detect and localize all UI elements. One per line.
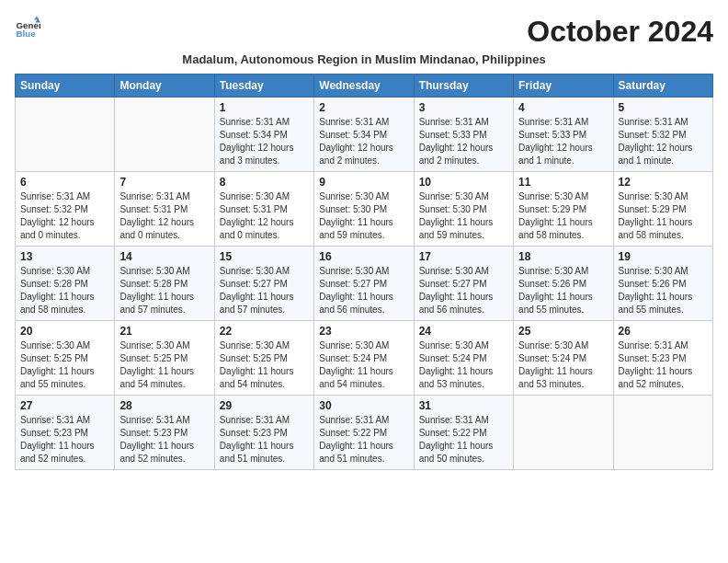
calendar-cell: 2Sunrise: 5:31 AM Sunset: 5:34 PM Daylig… <box>314 98 414 172</box>
day-number: 18 <box>518 250 608 263</box>
day-number: 14 <box>119 250 209 263</box>
month-title: October 2024 <box>527 15 713 49</box>
column-header-wednesday: Wednesday <box>314 75 414 98</box>
day-info: Sunrise: 5:30 AM Sunset: 5:25 PM Dayligh… <box>20 339 109 391</box>
calendar-cell: 9Sunrise: 5:30 AM Sunset: 5:30 PM Daylig… <box>314 172 414 247</box>
calendar-cell: 4Sunrise: 5:31 AM Sunset: 5:33 PM Daylig… <box>514 98 613 172</box>
calendar-cell: 8Sunrise: 5:30 AM Sunset: 5:31 PM Daylig… <box>214 172 313 247</box>
calendar-cell: 7Sunrise: 5:31 AM Sunset: 5:31 PM Daylig… <box>115 172 214 247</box>
day-number: 23 <box>319 325 408 338</box>
calendar-subtitle: Madalum, Autonomous Region in Muslim Min… <box>15 52 713 66</box>
day-info: Sunrise: 5:30 AM Sunset: 5:25 PM Dayligh… <box>119 339 209 391</box>
day-info: Sunrise: 5:30 AM Sunset: 5:30 PM Dayligh… <box>419 190 508 242</box>
day-info: Sunrise: 5:30 AM Sunset: 5:29 PM Dayligh… <box>619 190 708 242</box>
day-info: Sunrise: 5:30 AM Sunset: 5:30 PM Dayligh… <box>319 190 408 242</box>
day-number: 1 <box>220 101 309 114</box>
calendar-cell: 5Sunrise: 5:31 AM Sunset: 5:32 PM Daylig… <box>613 98 712 172</box>
day-number: 28 <box>119 399 209 412</box>
day-number: 21 <box>119 325 209 338</box>
page-header: General Blue October 2024 <box>15 15 713 49</box>
day-info: Sunrise: 5:30 AM Sunset: 5:26 PM Dayligh… <box>619 265 708 316</box>
day-info: Sunrise: 5:30 AM Sunset: 5:28 PM Dayligh… <box>20 265 109 316</box>
calendar-cell: 31Sunrise: 5:31 AM Sunset: 5:22 PM Dayli… <box>414 396 513 470</box>
day-info: Sunrise: 5:30 AM Sunset: 5:24 PM Dayligh… <box>319 339 408 391</box>
day-number: 19 <box>619 250 708 263</box>
day-info: Sunrise: 5:31 AM Sunset: 5:23 PM Dayligh… <box>119 414 209 465</box>
day-number: 29 <box>220 399 309 412</box>
day-number: 8 <box>220 176 309 189</box>
day-number: 6 <box>20 176 109 189</box>
day-info: Sunrise: 5:30 AM Sunset: 5:27 PM Dayligh… <box>319 265 408 316</box>
day-number: 24 <box>419 325 508 338</box>
day-number: 4 <box>518 101 608 114</box>
svg-marker-2 <box>34 16 40 19</box>
calendar-cell: 21Sunrise: 5:30 AM Sunset: 5:25 PM Dayli… <box>115 321 214 396</box>
day-number: 16 <box>319 250 408 263</box>
column-header-friday: Friday <box>514 75 613 98</box>
calendar-week-3: 13Sunrise: 5:30 AM Sunset: 5:28 PM Dayli… <box>16 247 713 321</box>
day-number: 11 <box>518 176 608 189</box>
day-info: Sunrise: 5:31 AM Sunset: 5:23 PM Dayligh… <box>20 414 109 465</box>
calendar-cell: 13Sunrise: 5:30 AM Sunset: 5:28 PM Dayli… <box>16 247 115 321</box>
day-info: Sunrise: 5:30 AM Sunset: 5:31 PM Dayligh… <box>220 190 309 242</box>
column-header-saturday: Saturday <box>613 75 712 98</box>
calendar-cell: 11Sunrise: 5:30 AM Sunset: 5:29 PM Dayli… <box>514 172 613 247</box>
calendar-cell: 23Sunrise: 5:30 AM Sunset: 5:24 PM Dayli… <box>314 321 414 396</box>
day-number: 7 <box>119 176 209 189</box>
day-number: 26 <box>619 325 708 338</box>
column-header-sunday: Sunday <box>16 75 115 98</box>
day-number: 3 <box>419 101 508 114</box>
day-number: 2 <box>319 101 408 114</box>
calendar-cell: 18Sunrise: 5:30 AM Sunset: 5:26 PM Dayli… <box>514 247 613 321</box>
day-number: 17 <box>419 250 508 263</box>
day-info: Sunrise: 5:31 AM Sunset: 5:34 PM Dayligh… <box>319 116 408 167</box>
logo-icon: General Blue <box>15 15 40 40</box>
calendar-week-5: 27Sunrise: 5:31 AM Sunset: 5:23 PM Dayli… <box>16 396 713 470</box>
day-number: 30 <box>319 399 408 412</box>
day-info: Sunrise: 5:31 AM Sunset: 5:33 PM Dayligh… <box>419 116 508 167</box>
day-number: 13 <box>20 250 109 263</box>
calendar-cell: 29Sunrise: 5:31 AM Sunset: 5:23 PM Dayli… <box>214 396 313 470</box>
column-header-thursday: Thursday <box>414 75 513 98</box>
calendar-cell: 12Sunrise: 5:30 AM Sunset: 5:29 PM Dayli… <box>613 172 712 247</box>
day-info: Sunrise: 5:30 AM Sunset: 5:28 PM Dayligh… <box>119 265 209 316</box>
calendar-cell <box>514 396 613 470</box>
calendar-cell: 19Sunrise: 5:30 AM Sunset: 5:26 PM Dayli… <box>613 247 712 321</box>
calendar-cell: 22Sunrise: 5:30 AM Sunset: 5:25 PM Dayli… <box>214 321 313 396</box>
day-info: Sunrise: 5:31 AM Sunset: 5:31 PM Dayligh… <box>119 190 209 242</box>
day-info: Sunrise: 5:31 AM Sunset: 5:34 PM Dayligh… <box>220 116 309 167</box>
calendar-cell: 30Sunrise: 5:31 AM Sunset: 5:22 PM Dayli… <box>314 396 414 470</box>
day-number: 22 <box>220 325 309 338</box>
calendar-cell: 16Sunrise: 5:30 AM Sunset: 5:27 PM Dayli… <box>314 247 414 321</box>
day-info: Sunrise: 5:31 AM Sunset: 5:22 PM Dayligh… <box>419 414 508 465</box>
calendar-cell: 27Sunrise: 5:31 AM Sunset: 5:23 PM Dayli… <box>16 396 115 470</box>
day-info: Sunrise: 5:30 AM Sunset: 5:27 PM Dayligh… <box>220 265 309 316</box>
calendar-cell: 14Sunrise: 5:30 AM Sunset: 5:28 PM Dayli… <box>115 247 214 321</box>
day-info: Sunrise: 5:30 AM Sunset: 5:29 PM Dayligh… <box>518 190 608 242</box>
calendar-table: SundayMondayTuesdayWednesdayThursdayFrid… <box>15 74 713 470</box>
day-info: Sunrise: 5:31 AM Sunset: 5:22 PM Dayligh… <box>319 414 408 465</box>
day-number: 27 <box>20 399 109 412</box>
day-number: 15 <box>220 250 309 263</box>
column-header-monday: Monday <box>115 75 214 98</box>
day-number: 12 <box>619 176 708 189</box>
day-info: Sunrise: 5:31 AM Sunset: 5:23 PM Dayligh… <box>619 339 708 391</box>
day-number: 9 <box>319 176 408 189</box>
day-number: 25 <box>518 325 608 338</box>
day-number: 5 <box>619 101 708 114</box>
day-info: Sunrise: 5:30 AM Sunset: 5:24 PM Dayligh… <box>518 339 608 391</box>
calendar-cell: 24Sunrise: 5:30 AM Sunset: 5:24 PM Dayli… <box>414 321 513 396</box>
day-number: 20 <box>20 325 109 338</box>
calendar-cell: 3Sunrise: 5:31 AM Sunset: 5:33 PM Daylig… <box>414 98 513 172</box>
day-info: Sunrise: 5:31 AM Sunset: 5:33 PM Dayligh… <box>518 116 608 167</box>
calendar-cell: 20Sunrise: 5:30 AM Sunset: 5:25 PM Dayli… <box>16 321 115 396</box>
day-info: Sunrise: 5:30 AM Sunset: 5:27 PM Dayligh… <box>419 265 508 316</box>
calendar-cell: 26Sunrise: 5:31 AM Sunset: 5:23 PM Dayli… <box>613 321 712 396</box>
day-number: 10 <box>419 176 508 189</box>
day-info: Sunrise: 5:30 AM Sunset: 5:26 PM Dayligh… <box>518 265 608 316</box>
calendar-week-4: 20Sunrise: 5:30 AM Sunset: 5:25 PM Dayli… <box>16 321 713 396</box>
day-info: Sunrise: 5:30 AM Sunset: 5:25 PM Dayligh… <box>220 339 309 391</box>
day-info: Sunrise: 5:30 AM Sunset: 5:24 PM Dayligh… <box>419 339 508 391</box>
day-info: Sunrise: 5:31 AM Sunset: 5:23 PM Dayligh… <box>220 414 309 465</box>
calendar-cell <box>16 98 115 172</box>
